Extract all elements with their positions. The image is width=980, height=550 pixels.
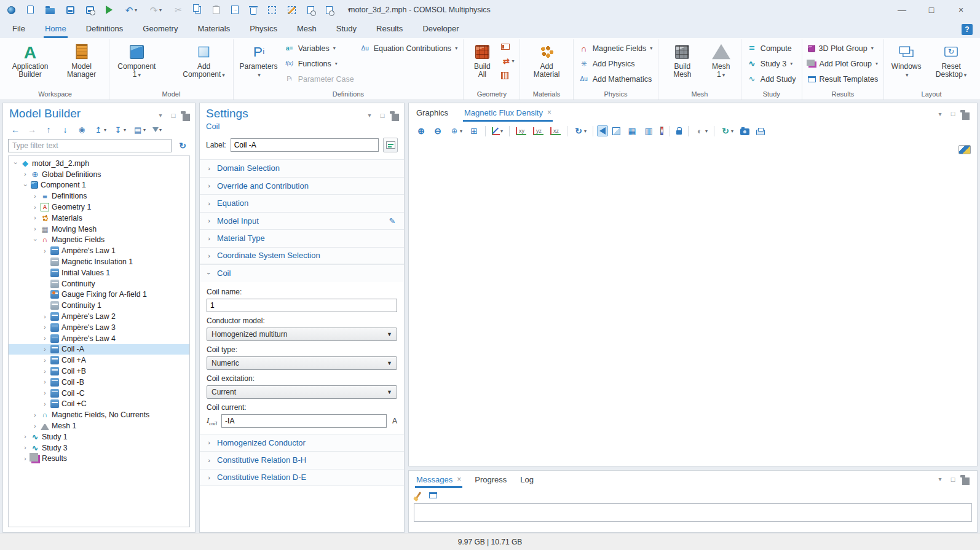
paste-button[interactable]	[210, 4, 222, 16]
tree-item-coil-b[interactable]: ›Coil -B	[9, 377, 189, 388]
filter-input[interactable]	[8, 139, 172, 152]
parameters-button[interactable]: Pi Parameters▾	[237, 39, 281, 88]
add-physics-button[interactable]: ✳Add Physics	[577, 57, 655, 70]
save-as-button[interactable]	[84, 4, 97, 16]
expand-arrow-icon[interactable]: ›	[22, 171, 28, 178]
graphics-canvas[interactable]	[409, 140, 977, 466]
expand-arrow-icon[interactable]: ›	[42, 335, 48, 342]
variables-button[interactable]: a=Variables▾	[282, 42, 357, 55]
forward-button[interactable]: →	[25, 123, 39, 136]
build-all-button[interactable]: Build All	[467, 39, 497, 88]
tree-item-coil-c[interactable]: ›Coil -C	[9, 388, 189, 399]
compute-button[interactable]: =Compute	[745, 42, 799, 55]
expand-arrow-icon[interactable]: ›	[32, 412, 38, 418]
model-tree-nodes-button[interactable]: ▤▾	[130, 123, 148, 136]
expand-arrow-icon[interactable]: ›	[42, 390, 48, 396]
add-mathematics-button[interactable]: ΔuAdd Mathematics	[577, 73, 655, 85]
select-box-button[interactable]	[266, 4, 279, 16]
menu-tab-materials[interactable]: Materials	[196, 24, 231, 38]
expand-arrow-icon[interactable]: ›	[42, 357, 48, 364]
view-xz-button[interactable]: xz	[548, 125, 563, 137]
model-input-edit-icon[interactable]: ✎	[387, 216, 397, 226]
lock-view-button[interactable]	[674, 125, 684, 136]
coil-name-input[interactable]	[207, 299, 397, 312]
tree-item-mesh-1[interactable]: ›Mesh 1	[9, 420, 189, 431]
show-button[interactable]: ◉	[74, 123, 89, 136]
tree-item-continuity-1[interactable]: Continuity 1	[9, 300, 189, 311]
tree-item-magnetic-insulation-1[interactable]: Magnetic Insulation 1	[9, 256, 189, 267]
tab-graphics[interactable]: Graphics	[416, 103, 448, 122]
menu-tab-physics[interactable]: Physics	[248, 24, 279, 38]
expand-arrow-icon[interactable]: ›	[42, 313, 48, 320]
coil-excitation-select[interactable]: Current▼	[207, 385, 397, 399]
search-settings-button[interactable]	[323, 4, 335, 16]
update-plot-button[interactable]: ↻▾	[718, 124, 736, 138]
default-view-button[interactable]: ▾	[489, 125, 505, 137]
section-coordinate-system-selection[interactable]: ›Coordinate System Selection	[200, 247, 404, 265]
menu-tab-home[interactable]: Home	[44, 24, 68, 38]
find-button[interactable]	[305, 4, 317, 16]
move-up-button[interactable]: ↑	[41, 123, 56, 136]
view-yz-button[interactable]: yz	[531, 125, 546, 137]
show-axis-button[interactable]: ▥	[641, 124, 656, 138]
close-icon[interactable]: ×	[547, 108, 551, 117]
expand-arrow-icon[interactable]: ›	[42, 324, 48, 331]
back-button[interactable]: ←	[8, 123, 23, 136]
collapse-arrow-icon[interactable]: ›	[12, 160, 19, 167]
tree-item-motor-3d-2-mph[interactable]: ›◆motor_3d_2.mph	[9, 158, 189, 169]
expand-all-button[interactable]: ↥▾	[91, 123, 109, 136]
undo-button[interactable]: ↶▾	[122, 3, 140, 17]
refresh-button[interactable]: ↻	[175, 139, 190, 152]
label-input[interactable]	[231, 138, 379, 152]
section-constitutive-relation-d-e[interactable]: ›Constitutive Relation D-E	[200, 469, 404, 487]
cut-button[interactable]: ✂	[171, 3, 186, 17]
expand-arrow-icon[interactable]: ›	[42, 368, 48, 375]
section-homogenized-conductor[interactable]: ›Homogenized Conductor	[200, 434, 404, 452]
scene-light-button[interactable]	[610, 125, 623, 137]
study-3-button[interactable]: ∿Study 3▾	[745, 57, 799, 70]
virtual-operations-button[interactable]	[499, 70, 516, 81]
conductor-model-select[interactable]: Homogenized multiturn▼	[207, 328, 397, 341]
application-builder-button[interactable]: A Application Builder	[4, 39, 56, 88]
tree-item-magnetic-fields-no-currents[interactable]: ›∩Magnetic Fields, No Currents	[9, 409, 189, 420]
tree-item-amp-re-s-law-1[interactable]: ›Ampère's Law 1	[9, 245, 189, 256]
zoom-extents-button[interactable]: ⊞	[467, 124, 481, 138]
tree-item-coil-b[interactable]: ›Coil +B	[9, 366, 189, 377]
functions-button[interactable]: f(x)Functions▾	[282, 57, 357, 70]
windows-button[interactable]: Windows▾	[887, 39, 925, 88]
rebuild-button[interactable]: ⇄▾	[499, 54, 516, 68]
tree-item-magnetic-fields[interactable]: ›∩Magnetic Fields	[9, 235, 189, 246]
mesh-1-button[interactable]: Mesh 1▾	[705, 39, 738, 88]
clear-selection-button[interactable]	[285, 4, 298, 16]
expand-arrow-icon[interactable]: ›	[22, 444, 28, 451]
expand-arrow-icon[interactable]: ›	[32, 204, 38, 211]
tree-item-amp-re-s-law-3[interactable]: ›Ampère's Law 3	[9, 322, 189, 333]
new-file-button[interactable]	[25, 4, 36, 16]
copy-button[interactable]	[192, 4, 204, 15]
component-1-button[interactable]: Component 1▾	[113, 39, 160, 88]
move-down-button[interactable]: ↓	[58, 123, 73, 136]
menu-tab-results[interactable]: Results	[375, 24, 404, 38]
comsol-logo-button[interactable]	[5, 4, 18, 16]
insert-sequence-button[interactable]	[499, 42, 516, 52]
tree-item-coil-c[interactable]: ›Coil +C	[9, 399, 189, 410]
add-material-button[interactable]: Add Material	[523, 39, 569, 88]
add-study-button[interactable]: ∿Add Study	[745, 73, 799, 85]
menu-tab-mesh[interactable]: Mesh	[296, 24, 318, 38]
tree-item-materials[interactable]: ›Materials	[9, 213, 189, 224]
parameter-case-button[interactable]: PiParameter Case	[282, 73, 357, 85]
redo-button[interactable]: ↷▾	[146, 3, 164, 17]
add-component-button[interactable]: Add Component▾	[178, 39, 230, 88]
add-plot-group-button[interactable]: Add Plot Group▾	[805, 57, 881, 70]
menu-tab-study[interactable]: Study	[335, 24, 358, 38]
expand-arrow-icon[interactable]: ›	[32, 423, 38, 430]
tree-item-definitions[interactable]: ›≡Definitions	[9, 191, 189, 202]
collapse-arrow-icon[interactable]: ›	[22, 182, 29, 188]
tree-item-component-1[interactable]: ›Component 1	[9, 180, 189, 191]
minimize-button[interactable]: —	[893, 5, 911, 15]
tab-progress[interactable]: Progress	[475, 471, 507, 488]
tree-item-gauge-fixing-for-a-field-1[interactable]: Gauge Fixing for A-field 1	[9, 289, 189, 301]
section-constitutive-relation-b-h[interactable]: ›Constitutive Relation B-H	[200, 451, 404, 469]
menu-tab-developer[interactable]: Developer	[421, 24, 460, 38]
section-model-input[interactable]: ›Model Input✎	[200, 212, 404, 230]
